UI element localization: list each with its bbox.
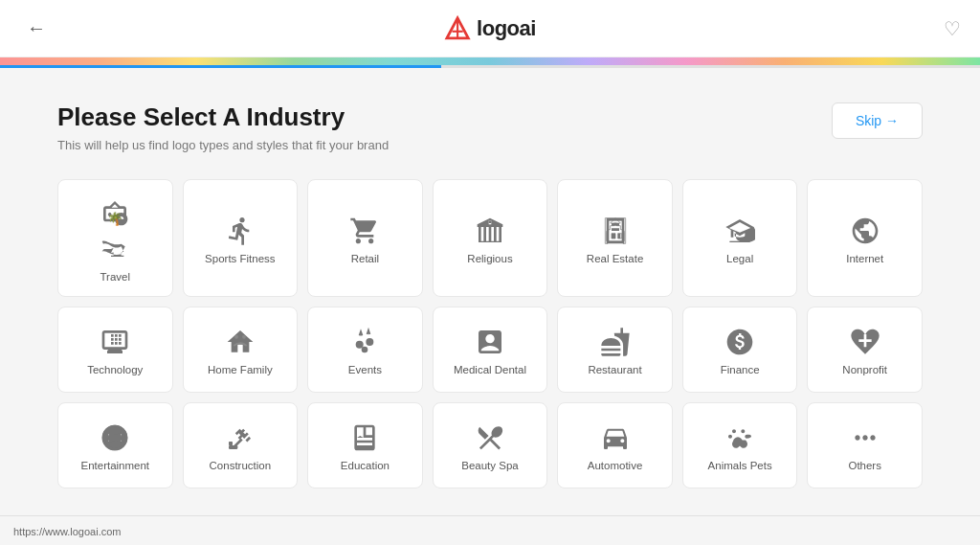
industry-card-finance[interactable]: Finance — [682, 307, 798, 393]
svg-point-6 — [356, 341, 364, 349]
travel-label: Travel — [100, 270, 131, 284]
education-icon — [349, 422, 380, 453]
main-content: Please Select A Industry This will help … — [0, 68, 980, 508]
education-label: Education — [341, 459, 390, 473]
animals-pets-label: Animals Pets — [708, 459, 772, 473]
industry-card-automotive[interactable]: Automotive — [557, 402, 673, 488]
industry-grid: 🌴 Travel Sports Fitness Retail — [57, 179, 923, 488]
industry-card-real-estate[interactable]: Real Estate — [557, 179, 673, 297]
footer-url: https://www.logoai.com — [13, 526, 122, 537]
beauty-spa-icon — [475, 422, 505, 453]
page-header: Please Select A Industry This will help … — [57, 102, 923, 152]
logo-text: logoai — [477, 16, 536, 41]
restaurant-label: Restaurant — [588, 363, 641, 377]
page-subtitle: This will help us find logo types and st… — [57, 138, 389, 152]
travel-icon: 🌴 — [100, 197, 130, 228]
nonprofit-label: Nonprofit — [842, 363, 887, 377]
technology-icon — [100, 327, 130, 357]
industry-card-animals-pets[interactable]: Animals Pets — [682, 402, 798, 488]
nonprofit-icon — [850, 327, 880, 357]
header: ← logoai ♡ — [0, 0, 980, 57]
entertainment-icon — [100, 422, 130, 453]
retail-label: Retail — [351, 252, 379, 266]
svg-rect-11 — [229, 442, 233, 445]
favorite-button[interactable]: ♡ — [944, 17, 961, 40]
automotive-label: Automotive — [588, 459, 643, 473]
industry-card-events[interactable]: Events — [307, 307, 423, 393]
beauty-spa-label: Beauty Spa — [461, 459, 518, 473]
industry-card-retail[interactable]: Retail — [307, 179, 423, 297]
finance-icon — [724, 327, 755, 357]
industry-card-entertainment[interactable]: Entertainment — [57, 402, 173, 488]
internet-label: Internet — [846, 252, 883, 266]
religious-icon — [475, 216, 505, 246]
construction-label: Construction — [210, 459, 272, 473]
industry-card-nonprofit[interactable]: Nonprofit — [807, 307, 923, 393]
logo: logoai — [444, 15, 536, 42]
industry-card-medical-dental[interactable]: Medical Dental — [433, 307, 548, 393]
retail-icon — [349, 216, 380, 246]
industry-card-others[interactable]: Others — [807, 402, 923, 488]
legal-icon — [724, 216, 755, 246]
industry-card-travel[interactable]: 🌴 Travel — [57, 179, 173, 297]
entertainment-label: Entertainment — [80, 459, 149, 473]
svg-point-5 — [242, 335, 246, 339]
rainbow-bar — [0, 57, 980, 65]
home-family-label: Home Family — [208, 363, 273, 377]
medical-dental-label: Medical Dental — [454, 363, 526, 377]
religious-label: Religious — [467, 252, 512, 266]
skip-button[interactable]: Skip → — [832, 102, 923, 139]
page-title: Please Select A Industry — [57, 102, 389, 132]
page-header-left: Please Select A Industry This will help … — [57, 102, 389, 152]
animals-pets-icon — [724, 422, 755, 453]
sports-fitness-label: Sports Fitness — [205, 252, 276, 266]
industry-card-sports-fitness[interactable]: Sports Fitness — [183, 179, 299, 297]
logo-icon — [444, 15, 471, 42]
svg-point-7 — [367, 338, 374, 346]
svg-point-8 — [362, 347, 368, 353]
automotive-icon — [600, 422, 631, 453]
industry-card-education[interactable]: Education — [307, 402, 423, 488]
real-estate-label: Real Estate — [587, 252, 643, 266]
construction-icon — [225, 422, 256, 453]
legal-label: Legal — [726, 252, 753, 266]
industry-card-legal[interactable]: Legal — [682, 179, 798, 297]
industry-card-construction[interactable]: Construction — [183, 402, 299, 488]
medical-dental-icon — [475, 327, 505, 357]
technology-label: Technology — [87, 363, 143, 377]
industry-card-beauty-spa[interactable]: Beauty Spa — [433, 402, 548, 488]
events-icon — [349, 327, 380, 357]
industry-card-internet[interactable]: Internet — [807, 179, 923, 297]
others-label: Others — [848, 459, 881, 473]
industry-card-technology[interactable]: Technology — [57, 307, 173, 393]
travel-icon — [100, 234, 130, 264]
back-button[interactable]: ← — [19, 13, 54, 43]
others-icon — [850, 422, 880, 453]
internet-icon — [850, 216, 880, 246]
real-estate-icon — [600, 216, 631, 246]
restaurant-icon — [600, 327, 631, 357]
industry-card-home-family[interactable]: Home Family — [183, 307, 299, 393]
svg-rect-10 — [229, 445, 237, 449]
industry-card-religious[interactable]: Religious — [433, 179, 548, 297]
home-family-icon — [225, 327, 256, 357]
finance-label: Finance — [721, 363, 760, 377]
svg-text:🌴: 🌴 — [107, 211, 123, 227]
svg-point-4 — [234, 335, 238, 339]
sports-fitness-icon — [225, 216, 256, 246]
industry-card-restaurant[interactable]: Restaurant — [557, 307, 673, 393]
footer: https://www.logoai.com — [0, 515, 980, 545]
events-label: Events — [348, 363, 382, 377]
